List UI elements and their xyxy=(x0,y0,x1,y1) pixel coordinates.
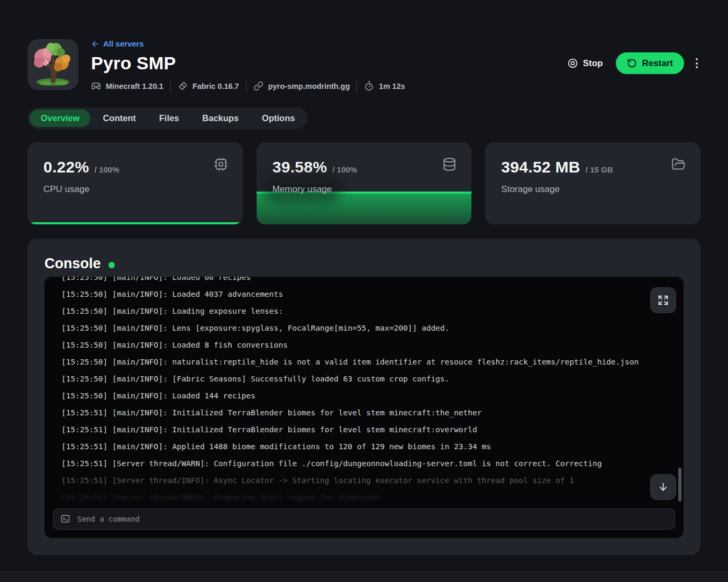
server-actions: Stop Restart xyxy=(563,52,700,74)
tab-files[interactable]: Files xyxy=(148,110,190,127)
restart-icon xyxy=(627,58,637,68)
console-title: Console xyxy=(44,256,101,272)
meta-label: Fabric 0.16.7 xyxy=(193,82,239,90)
meta-label: 1m 12s xyxy=(379,82,405,90)
arrow-left-icon xyxy=(91,40,99,48)
cpu-usage-label: CPU usage xyxy=(43,184,89,195)
console-expand-button[interactable] xyxy=(650,287,676,313)
console-card: Console [15:25:50] [main/INFO]: Loaded 6… xyxy=(28,239,700,555)
console-line: [15:25:51] [Server thread/WARN]: Configu… xyxy=(61,455,674,472)
cpu-topline: 0.22% / 100% xyxy=(43,158,227,176)
meta-divider xyxy=(357,80,357,93)
console-line: [15:25:50] [main/INFO]: Loaded 66 recipe… xyxy=(61,277,674,286)
storage-usage-limit: / 15 GB xyxy=(586,165,613,174)
memory-usage-limit: / 100% xyxy=(332,165,357,174)
storage-usage-label: Storage usage xyxy=(501,184,560,195)
kebab-dot xyxy=(696,62,698,65)
storage-usage-card: 394.52 MB / 15 GB Storage usage xyxy=(485,142,700,224)
server-header: All servers Pyro SMP Minecraft 1.20.1 Fa… xyxy=(28,39,700,93)
database-icon xyxy=(442,157,457,171)
console-line: [15:25:51] [main/INFO]: Initialized Terr… xyxy=(61,404,674,421)
meta-divider xyxy=(246,80,247,93)
stop-icon xyxy=(567,58,578,69)
memory-topline: 39.58% / 100% xyxy=(272,158,456,176)
stop-button-label: Stop xyxy=(583,58,603,69)
page: All servers Pyro SMP Minecraft 1.20.1 Fa… xyxy=(0,0,728,555)
page-title: Pyro SMP xyxy=(91,53,563,74)
cpu-icon xyxy=(214,157,228,171)
restart-button[interactable]: Restart xyxy=(616,52,684,74)
console-line: [15:25:51] [main/INFO]: Applied 1488 bio… xyxy=(61,438,674,455)
tab-overview[interactable]: Overview xyxy=(30,110,90,127)
console-line: [15:25:50] [main/INFO]: Loading exposure… xyxy=(61,303,674,320)
storage-usage-value: 394.52 MB xyxy=(501,158,580,176)
meta-label: Minecraft 1.20.1 xyxy=(106,82,163,90)
cpu-usage-value: 0.22% xyxy=(43,158,89,176)
back-link-label: All servers xyxy=(103,39,144,48)
server-meta-row: Minecraft 1.20.1 Fabric 0.16.7 pyro-smp.… xyxy=(91,80,563,93)
tab-backups[interactable]: Backups xyxy=(191,110,250,127)
kebab-dot xyxy=(696,66,698,68)
console-line: [15:25:51] [Server thread/INFO]: Prepari… xyxy=(61,489,674,506)
back-to-all-servers-link[interactable]: All servers xyxy=(91,39,144,48)
meta-label: pyro-smp.modrinth.gg xyxy=(268,82,350,90)
console-line: [15:25:51] [main/INFO]: Initialized Terr… xyxy=(61,421,674,438)
folder-open-icon xyxy=(671,157,686,171)
arrow-down-icon xyxy=(658,481,669,493)
expand-icon xyxy=(658,295,669,306)
console-header: Console xyxy=(44,256,684,272)
kebab-dot xyxy=(696,58,698,60)
meta-server-address: pyro-smp.modrinth.gg xyxy=(253,81,350,91)
stats-row: 0.22% / 100% CPU usage 39.58% / 100% Mem… xyxy=(28,142,700,224)
meta-game-version: Minecraft 1.20.1 xyxy=(91,81,163,91)
console-line: [15:25:50] [main/INFO]: [Fabric Seasons]… xyxy=(61,370,674,387)
console-line: [15:25:50] [main/INFO]: Loaded 144 recip… xyxy=(61,387,674,404)
scroll-to-bottom-button[interactable] xyxy=(650,474,676,500)
console-terminal[interactable]: [15:25:50] [main/INFO]: Loaded 66 recipe… xyxy=(44,277,684,538)
memory-fill-bar xyxy=(257,192,472,224)
more-options-button[interactable] xyxy=(693,55,700,71)
stop-button[interactable]: Stop xyxy=(563,54,607,72)
gamepad-icon xyxy=(91,81,101,91)
server-info: All servers Pyro SMP Minecraft 1.20.1 Fa… xyxy=(91,39,563,93)
tab-bar: Overview Content Files Backups Options xyxy=(28,107,308,129)
cpu-card-content: 0.22% / 100% CPU usage xyxy=(28,142,243,195)
tab-content[interactable]: Content xyxy=(92,110,147,127)
console-line: [15:25:50] [main/INFO]: Loaded 8 fish co… xyxy=(61,337,674,353)
page-bottom-strip xyxy=(0,571,728,582)
console-line: [15:25:50] [main/INFO]: Lens [exposure:s… xyxy=(61,320,674,337)
storage-card-content: 394.52 MB / 15 GB Storage usage xyxy=(485,142,700,195)
server-avatar xyxy=(28,39,78,90)
seasons-tree-art xyxy=(28,39,78,90)
meta-divider xyxy=(170,80,171,93)
console-line: [15:25:50] [main/INFO]: Loaded 4037 adva… xyxy=(61,286,674,303)
memory-usage-card: 39.58% / 100% Memory usage xyxy=(257,142,472,224)
tab-options[interactable]: Options xyxy=(251,110,306,127)
online-status-dot xyxy=(108,262,115,268)
meta-mod-loader: Fabric 0.16.7 xyxy=(178,81,239,91)
timer-icon xyxy=(364,81,374,91)
console-log: [15:25:50] [main/INFO]: Loaded 66 recipe… xyxy=(61,277,674,506)
restart-button-label: Restart xyxy=(642,58,673,69)
command-input-row xyxy=(53,508,675,530)
command-input[interactable] xyxy=(76,514,668,524)
cpu-usage-card: 0.22% / 100% CPU usage xyxy=(28,142,243,224)
storage-topline: 394.52 MB / 15 GB xyxy=(501,158,685,176)
memory-card-content: 39.58% / 100% Memory usage xyxy=(257,142,472,195)
console-scrollbar-thumb[interactable] xyxy=(678,468,681,502)
meta-uptime: 1m 12s xyxy=(364,81,405,91)
console-line: [15:25:51] [Server thread/INFO]: Async L… xyxy=(61,472,674,489)
terminal-icon xyxy=(60,514,70,524)
cpu-fill-bar xyxy=(28,222,243,224)
link-icon xyxy=(253,81,263,91)
cpu-usage-limit: / 100% xyxy=(95,165,120,174)
console-line: [15:25:50] [main/INFO]: naturalist:repti… xyxy=(61,353,674,370)
loader-icon xyxy=(178,81,188,91)
memory-usage-label: Memory usage xyxy=(272,184,332,195)
memory-usage-value: 39.58% xyxy=(272,158,327,176)
